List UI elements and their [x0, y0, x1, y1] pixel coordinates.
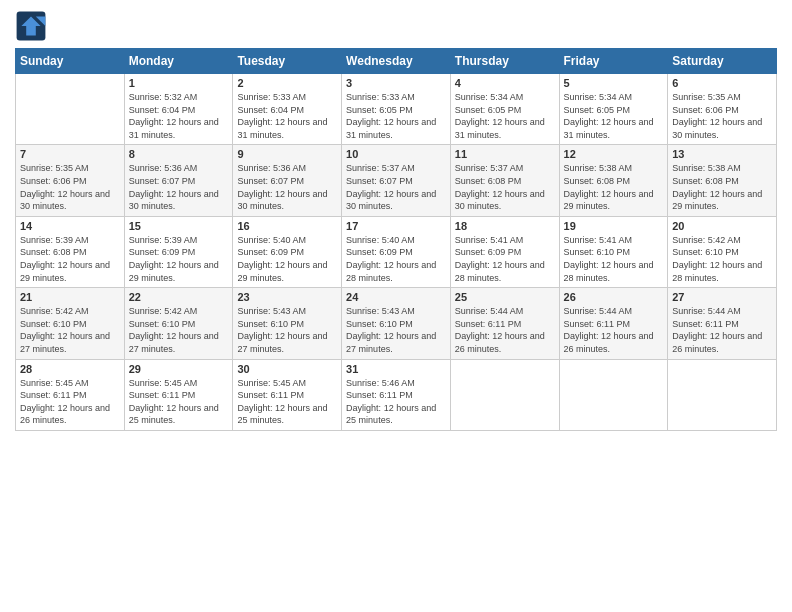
day-number: 6 — [672, 77, 772, 89]
day-info: Sunrise: 5:45 AM Sunset: 6:11 PM Dayligh… — [237, 377, 337, 427]
day-info: Sunrise: 5:42 AM Sunset: 6:10 PM Dayligh… — [672, 234, 772, 284]
calendar-cell: 18Sunrise: 5:41 AM Sunset: 6:09 PM Dayli… — [450, 216, 559, 287]
calendar-cell: 26Sunrise: 5:44 AM Sunset: 6:11 PM Dayli… — [559, 288, 668, 359]
day-number: 2 — [237, 77, 337, 89]
day-info: Sunrise: 5:45 AM Sunset: 6:11 PM Dayligh… — [20, 377, 120, 427]
calendar-cell: 6Sunrise: 5:35 AM Sunset: 6:06 PM Daylig… — [668, 74, 777, 145]
calendar-cell: 8Sunrise: 5:36 AM Sunset: 6:07 PM Daylig… — [124, 145, 233, 216]
header-row — [15, 10, 777, 42]
day-info: Sunrise: 5:38 AM Sunset: 6:08 PM Dayligh… — [564, 162, 664, 212]
day-info: Sunrise: 5:46 AM Sunset: 6:11 PM Dayligh… — [346, 377, 446, 427]
day-info: Sunrise: 5:39 AM Sunset: 6:09 PM Dayligh… — [129, 234, 229, 284]
day-number: 18 — [455, 220, 555, 232]
day-info: Sunrise: 5:34 AM Sunset: 6:05 PM Dayligh… — [455, 91, 555, 141]
day-info: Sunrise: 5:40 AM Sunset: 6:09 PM Dayligh… — [346, 234, 446, 284]
calendar-cell: 24Sunrise: 5:43 AM Sunset: 6:10 PM Dayli… — [342, 288, 451, 359]
day-number: 13 — [672, 148, 772, 160]
day-info: Sunrise: 5:35 AM Sunset: 6:06 PM Dayligh… — [20, 162, 120, 212]
day-number: 17 — [346, 220, 446, 232]
calendar-cell — [668, 359, 777, 430]
header-monday: Monday — [124, 49, 233, 74]
calendar-cell: 19Sunrise: 5:41 AM Sunset: 6:10 PM Dayli… — [559, 216, 668, 287]
day-number: 4 — [455, 77, 555, 89]
day-number: 30 — [237, 363, 337, 375]
header-tuesday: Tuesday — [233, 49, 342, 74]
calendar-cell: 9Sunrise: 5:36 AM Sunset: 6:07 PM Daylig… — [233, 145, 342, 216]
day-number: 8 — [129, 148, 229, 160]
day-info: Sunrise: 5:41 AM Sunset: 6:10 PM Dayligh… — [564, 234, 664, 284]
day-number: 22 — [129, 291, 229, 303]
day-info: Sunrise: 5:37 AM Sunset: 6:07 PM Dayligh… — [346, 162, 446, 212]
week-row-5: 28Sunrise: 5:45 AM Sunset: 6:11 PM Dayli… — [16, 359, 777, 430]
week-row-4: 21Sunrise: 5:42 AM Sunset: 6:10 PM Dayli… — [16, 288, 777, 359]
header-friday: Friday — [559, 49, 668, 74]
day-info: Sunrise: 5:36 AM Sunset: 6:07 PM Dayligh… — [129, 162, 229, 212]
day-number: 21 — [20, 291, 120, 303]
week-row-1: 1Sunrise: 5:32 AM Sunset: 6:04 PM Daylig… — [16, 74, 777, 145]
calendar-cell: 30Sunrise: 5:45 AM Sunset: 6:11 PM Dayli… — [233, 359, 342, 430]
calendar-cell: 12Sunrise: 5:38 AM Sunset: 6:08 PM Dayli… — [559, 145, 668, 216]
calendar-cell: 4Sunrise: 5:34 AM Sunset: 6:05 PM Daylig… — [450, 74, 559, 145]
calendar-cell: 22Sunrise: 5:42 AM Sunset: 6:10 PM Dayli… — [124, 288, 233, 359]
logo-icon — [15, 10, 47, 42]
day-number: 19 — [564, 220, 664, 232]
day-info: Sunrise: 5:35 AM Sunset: 6:06 PM Dayligh… — [672, 91, 772, 141]
day-number: 24 — [346, 291, 446, 303]
calendar-cell: 11Sunrise: 5:37 AM Sunset: 6:08 PM Dayli… — [450, 145, 559, 216]
calendar-cell: 29Sunrise: 5:45 AM Sunset: 6:11 PM Dayli… — [124, 359, 233, 430]
day-number: 26 — [564, 291, 664, 303]
day-number: 10 — [346, 148, 446, 160]
day-info: Sunrise: 5:37 AM Sunset: 6:08 PM Dayligh… — [455, 162, 555, 212]
day-number: 23 — [237, 291, 337, 303]
day-number: 15 — [129, 220, 229, 232]
day-number: 12 — [564, 148, 664, 160]
day-number: 20 — [672, 220, 772, 232]
day-info: Sunrise: 5:44 AM Sunset: 6:11 PM Dayligh… — [672, 305, 772, 355]
calendar-cell: 27Sunrise: 5:44 AM Sunset: 6:11 PM Dayli… — [668, 288, 777, 359]
calendar-cell — [450, 359, 559, 430]
calendar-cell: 16Sunrise: 5:40 AM Sunset: 6:09 PM Dayli… — [233, 216, 342, 287]
calendar-table: SundayMondayTuesdayWednesdayThursdayFrid… — [15, 48, 777, 431]
calendar-cell — [16, 74, 125, 145]
calendar-cell: 17Sunrise: 5:40 AM Sunset: 6:09 PM Dayli… — [342, 216, 451, 287]
day-number: 28 — [20, 363, 120, 375]
day-number: 27 — [672, 291, 772, 303]
day-number: 9 — [237, 148, 337, 160]
day-info: Sunrise: 5:41 AM Sunset: 6:09 PM Dayligh… — [455, 234, 555, 284]
calendar-cell: 2Sunrise: 5:33 AM Sunset: 6:04 PM Daylig… — [233, 74, 342, 145]
calendar-cell: 23Sunrise: 5:43 AM Sunset: 6:10 PM Dayli… — [233, 288, 342, 359]
day-info: Sunrise: 5:33 AM Sunset: 6:04 PM Dayligh… — [237, 91, 337, 141]
header-saturday: Saturday — [668, 49, 777, 74]
day-number: 5 — [564, 77, 664, 89]
calendar-cell: 28Sunrise: 5:45 AM Sunset: 6:11 PM Dayli… — [16, 359, 125, 430]
day-number: 25 — [455, 291, 555, 303]
day-info: Sunrise: 5:32 AM Sunset: 6:04 PM Dayligh… — [129, 91, 229, 141]
day-number: 7 — [20, 148, 120, 160]
calendar-cell: 20Sunrise: 5:42 AM Sunset: 6:10 PM Dayli… — [668, 216, 777, 287]
day-number: 29 — [129, 363, 229, 375]
day-info: Sunrise: 5:43 AM Sunset: 6:10 PM Dayligh… — [237, 305, 337, 355]
calendar-cell: 14Sunrise: 5:39 AM Sunset: 6:08 PM Dayli… — [16, 216, 125, 287]
day-info: Sunrise: 5:34 AM Sunset: 6:05 PM Dayligh… — [564, 91, 664, 141]
day-info: Sunrise: 5:39 AM Sunset: 6:08 PM Dayligh… — [20, 234, 120, 284]
day-number: 16 — [237, 220, 337, 232]
day-info: Sunrise: 5:45 AM Sunset: 6:11 PM Dayligh… — [129, 377, 229, 427]
calendar-cell — [559, 359, 668, 430]
day-info: Sunrise: 5:38 AM Sunset: 6:08 PM Dayligh… — [672, 162, 772, 212]
header-thursday: Thursday — [450, 49, 559, 74]
calendar-cell: 1Sunrise: 5:32 AM Sunset: 6:04 PM Daylig… — [124, 74, 233, 145]
calendar-cell: 5Sunrise: 5:34 AM Sunset: 6:05 PM Daylig… — [559, 74, 668, 145]
calendar-cell: 15Sunrise: 5:39 AM Sunset: 6:09 PM Dayli… — [124, 216, 233, 287]
day-number: 31 — [346, 363, 446, 375]
calendar-cell: 25Sunrise: 5:44 AM Sunset: 6:11 PM Dayli… — [450, 288, 559, 359]
calendar-cell: 13Sunrise: 5:38 AM Sunset: 6:08 PM Dayli… — [668, 145, 777, 216]
day-number: 1 — [129, 77, 229, 89]
day-info: Sunrise: 5:42 AM Sunset: 6:10 PM Dayligh… — [20, 305, 120, 355]
day-number: 11 — [455, 148, 555, 160]
calendar-cell: 21Sunrise: 5:42 AM Sunset: 6:10 PM Dayli… — [16, 288, 125, 359]
calendar-cell: 31Sunrise: 5:46 AM Sunset: 6:11 PM Dayli… — [342, 359, 451, 430]
day-number: 3 — [346, 77, 446, 89]
day-info: Sunrise: 5:44 AM Sunset: 6:11 PM Dayligh… — [455, 305, 555, 355]
day-info: Sunrise: 5:33 AM Sunset: 6:05 PM Dayligh… — [346, 91, 446, 141]
day-info: Sunrise: 5:44 AM Sunset: 6:11 PM Dayligh… — [564, 305, 664, 355]
